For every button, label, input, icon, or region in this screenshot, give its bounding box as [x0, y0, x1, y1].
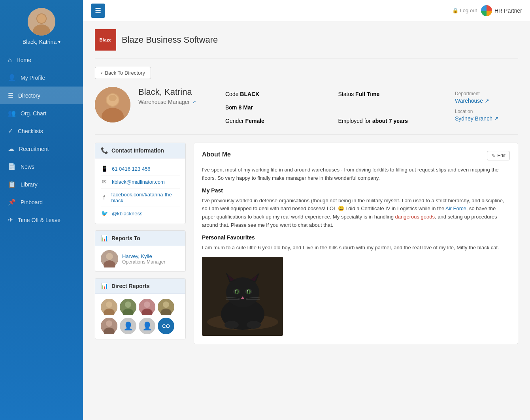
external-link-icon[interactable]: ↗ [192, 99, 196, 105]
location-link[interactable]: Sydney Branch ↗ [455, 115, 518, 122]
meta-employed: Employed for about 7 years [338, 115, 447, 126]
logout-label: Log out [460, 8, 477, 13]
sidebar-item-recruitment[interactable]: ☁ Recruitment [0, 140, 83, 158]
topbar-right: 🔒 Log out HR Partner [452, 5, 522, 16]
direct-reports-icon: 📊 [101, 283, 108, 290]
profile-header-row: Black, Katrina Warehouse Manager ↗ Code … [95, 87, 518, 135]
sidebar-item-label: Library [21, 181, 38, 188]
manager-title: Operations Manager [122, 259, 165, 265]
profile-title-text: Warehouse Manager [138, 99, 190, 105]
manager-name[interactable]: Harvey, Kylie [122, 253, 165, 259]
sidebar-item-label: Time Off & Leave [18, 217, 60, 223]
svg-point-39 [236, 290, 238, 294]
department-label: Department [455, 91, 518, 96]
sidebar-item-label: Org. Chart [21, 110, 46, 117]
contact-email-item: ✉ kblack@mailinator.com [101, 175, 180, 188]
svg-point-3 [37, 14, 46, 23]
manager-avatar [101, 250, 118, 267]
dept-ext-icon: ↗ [485, 98, 489, 104]
sidebar-item-news[interactable]: 📄 News [0, 158, 83, 175]
chevron-left-icon: ‹ [101, 70, 102, 76]
sidebar-item-checklists[interactable]: ✓ Checklists [0, 122, 83, 140]
facebook-link[interactable]: facebook.com/katarina-the-black [111, 192, 180, 203]
direct-report-avatar-4[interactable] [158, 299, 174, 315]
direct-reports-grid: 👤 👤 CO [95, 294, 185, 339]
about-me-header: About Me ✎ Edit [202, 151, 510, 160]
loc-ext-icon: ↗ [494, 115, 499, 122]
topbar-left: ☰ [91, 4, 105, 18]
location-label: Location [455, 109, 518, 114]
back-button-label: Back To Directory [105, 70, 145, 76]
direct-report-avatar-1[interactable] [101, 299, 117, 315]
sidebar-item-pinboard[interactable]: 📌 Pinboard [0, 193, 83, 211]
sidebar-item-my-profile[interactable]: 👤 My Profile [0, 69, 83, 87]
sidebar-item-org-chart[interactable]: 👥 Org. Chart [0, 104, 83, 122]
sidebar-item-label: Recruitment [19, 146, 49, 152]
direct-report-avatar-5[interactable] [101, 318, 117, 334]
profile-photo [95, 87, 130, 122]
code-value: BLACK [240, 91, 259, 97]
logout-link[interactable]: 🔒 Log out [452, 8, 477, 13]
born-value: 8 Mar [238, 104, 253, 111]
reports-to-person[interactable]: Harvey, Kylie Operations Manager [95, 246, 185, 271]
phone-link[interactable]: 61 0416 123 456 [112, 166, 151, 172]
lock-icon: 🔒 [452, 8, 458, 13]
phone-header-icon: 📞 [101, 147, 108, 154]
sidebar-item-label: Pinboard [21, 199, 43, 205]
past-section-title: My Past [202, 187, 510, 194]
svg-point-10 [106, 253, 113, 260]
hamburger-button[interactable]: ☰ [91, 4, 105, 18]
topbar: ☰ 🔒 Log out HR Partner [83, 0, 530, 21]
about-intro: I've spent most of my working life in an… [202, 166, 510, 183]
company-name: Blaze Business Software [122, 35, 218, 45]
meta-label: Status Full Time [338, 91, 447, 97]
meta-born: Born 8 Mar [225, 102, 334, 113]
list-icon: ☰ [8, 92, 13, 99]
email-link[interactable]: kblack@mailinator.com [112, 179, 165, 185]
edit-button[interactable]: ✎ Edit [487, 151, 510, 160]
location-value: Sydney Branch [455, 115, 492, 122]
svg-point-19 [144, 301, 150, 308]
status-value: Full Time [355, 91, 379, 97]
dangerous-goods-link[interactable]: dangerous goods [395, 214, 434, 220]
sidebar-item-directory[interactable]: ☰ Directory [0, 87, 83, 104]
svg-point-16 [125, 301, 131, 308]
direct-report-avatar-6[interactable]: 👤 [120, 318, 136, 334]
sidebar-item-label: My Profile [21, 75, 45, 81]
direct-report-avatar-8[interactable]: CO [158, 318, 174, 334]
company-logo: Blaze [95, 29, 116, 51]
facebook-icon: f [101, 194, 108, 201]
back-to-directory-button[interactable]: ‹ Back To Directory [95, 67, 151, 79]
contact-card-header: 📞 Contact Information [95, 143, 185, 158]
left-column: 📞 Contact Information 📱 61 0416 123 456 … [95, 143, 186, 344]
sidebar-username[interactable]: Black, Katrina [23, 39, 60, 45]
pin-icon: 📌 [8, 198, 16, 206]
home-icon: ⌂ [8, 57, 12, 64]
svg-point-42 [247, 290, 249, 291]
content-area: Blaze Blaze Business Software ‹ Back To … [83, 21, 530, 420]
meta-label: Born 8 Mar [225, 104, 334, 111]
sidebar-item-library[interactable]: 📋 Library [0, 175, 83, 193]
about-me-card: About Me ✎ Edit I've spent most of my wo… [194, 143, 518, 344]
sidebar-item-label: Checklists [18, 128, 43, 134]
direct-report-avatar-2[interactable] [120, 299, 136, 315]
meta-empty [338, 102, 447, 113]
employed-value: about 7 years [372, 118, 408, 124]
svg-point-48 [224, 321, 239, 329]
direct-report-avatar-3[interactable] [139, 299, 155, 315]
contact-header-label: Contact Information [111, 147, 164, 154]
sidebar-item-home[interactable]: ⌂ Home [0, 51, 83, 69]
plane-icon: ✈ [8, 216, 13, 224]
contact-phone-item: 📱 61 0416 123 456 [101, 162, 180, 175]
department-link[interactable]: Warehouse ↗ [455, 98, 518, 104]
meta-label: Gender Female [225, 118, 334, 124]
direct-report-avatar-7[interactable]: 👤 [139, 318, 155, 334]
sidebar-item-time-off[interactable]: ✈ Time Off & Leave [0, 211, 83, 229]
email-icon: ✉ [101, 179, 108, 185]
twitter-link[interactable]: @kblackness [112, 211, 143, 217]
contact-card: 📞 Contact Information 📱 61 0416 123 456 … [95, 143, 186, 224]
company-header: Blaze Blaze Business Software [95, 29, 518, 59]
manager-info: Harvey, Kylie Operations Manager [122, 253, 165, 265]
svg-point-25 [106, 320, 112, 327]
air-force-link[interactable]: Air Force [445, 205, 466, 211]
